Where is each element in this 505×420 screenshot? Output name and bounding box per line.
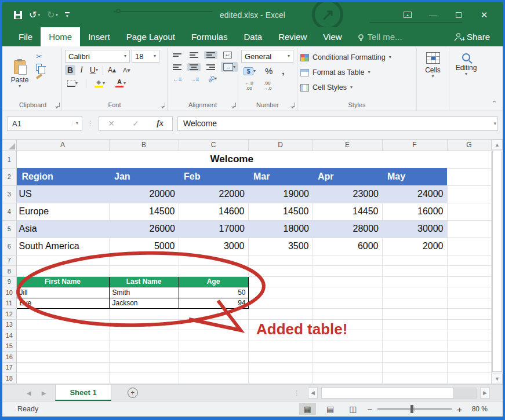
cell-empty[interactable] — [313, 298, 382, 309]
sheet-nav-left-icon[interactable]: ◀ — [27, 390, 31, 396]
cell-empty[interactable] — [109, 309, 179, 320]
cell-empty[interactable] — [248, 362, 313, 373]
customize-qat-button[interactable]: ▾ — [65, 12, 70, 18]
zoom-level[interactable]: 80 % — [468, 405, 488, 413]
minimize-button[interactable]: — — [420, 2, 446, 27]
cell-t2-header-age[interactable]: Age — [179, 276, 248, 287]
cell-value[interactable]: 6000 — [313, 238, 382, 255]
comma-style-button[interactable]: , — [279, 65, 286, 77]
format-as-table-button[interactable]: Format as Table▾ — [300, 65, 413, 80]
cell-empty[interactable] — [313, 309, 382, 320]
shrink-font-button[interactable]: A▾ — [121, 66, 133, 75]
cell-header-feb[interactable]: Feb — [179, 168, 248, 185]
column-header-E[interactable]: E — [313, 140, 382, 151]
cell-empty[interactable] — [16, 266, 109, 277]
maximize-button[interactable] — [446, 2, 471, 27]
cell-title-welcome[interactable]: Welcome — [16, 151, 447, 168]
row-number-14[interactable]: 14 — [2, 330, 16, 341]
column-header-C[interactable]: C — [179, 140, 248, 151]
grow-font-button[interactable]: A▴ — [106, 65, 118, 75]
select-all-corner[interactable] — [2, 140, 16, 151]
sheet-nav-right-icon[interactable]: ▶ — [42, 390, 46, 396]
conditional-formatting-button[interactable]: Conditional Formatting▾ — [300, 50, 413, 65]
share-button[interactable]: + Share — [454, 27, 503, 46]
decrease-indent-button[interactable]: ←≡ — [170, 75, 184, 83]
row-number-2[interactable]: 2 — [2, 168, 16, 185]
bold-button[interactable]: B — [65, 65, 75, 75]
cancel-icon[interactable]: ✕ — [99, 119, 123, 128]
cell-empty[interactable] — [447, 298, 491, 309]
normal-view-icon[interactable]: ▦ — [299, 403, 316, 415]
cell-empty[interactable] — [313, 352, 382, 363]
row-number-8[interactable]: 8 — [2, 266, 16, 277]
cell-value[interactable]: 26000 — [109, 220, 179, 238]
insert-function-icon[interactable]: fx — [148, 119, 172, 128]
page-break-view-icon[interactable]: ◫ — [344, 403, 361, 415]
cell-empty[interactable] — [382, 362, 447, 373]
cell-empty[interactable] — [248, 287, 313, 298]
scroll-down-icon[interactable]: ▼ — [492, 374, 503, 384]
cut-button[interactable]: ✂ — [36, 52, 46, 61]
cell-empty[interactable] — [179, 341, 248, 352]
cell-empty[interactable] — [382, 298, 447, 309]
collapse-ribbon-button[interactable]: ⌃ — [492, 100, 497, 107]
cell-empty[interactable] — [109, 330, 179, 341]
cell-last-name[interactable]: Smith — [109, 287, 179, 298]
cell-empty[interactable] — [382, 341, 447, 352]
cell-first-name[interactable]: Eve — [16, 298, 109, 309]
percent-style-button[interactable]: % — [263, 65, 275, 77]
cell-empty[interactable] — [447, 266, 491, 277]
cell-value[interactable]: 23000 — [313, 185, 382, 203]
column-header-G[interactable]: G — [447, 140, 491, 151]
cells-button[interactable]: Cells ▾ — [420, 50, 446, 99]
cell-empty[interactable] — [382, 330, 447, 341]
cell-t2-header-first-name[interactable]: First Name — [16, 276, 109, 287]
cell-empty[interactable] — [382, 266, 447, 277]
cell-empty[interactable] — [16, 309, 109, 320]
cell-empty[interactable] — [447, 276, 491, 287]
alignment-dialog-launcher[interactable] — [231, 103, 236, 107]
paste-button[interactable]: Paste ▾ — [7, 50, 32, 99]
row-number-11[interactable]: 11 — [2, 298, 16, 309]
cell-empty[interactable] — [16, 341, 109, 352]
cell-value[interactable]: 5000 — [109, 238, 179, 255]
cell-value[interactable]: 3500 — [248, 238, 313, 255]
font-size-combo[interactable]: 18▾ — [132, 50, 159, 63]
vertical-scroll-thumb[interactable] — [492, 151, 502, 372]
cell-empty[interactable] — [109, 352, 179, 363]
cell-age[interactable]: 50 — [179, 287, 248, 298]
row-number-17[interactable]: 17 — [2, 362, 16, 373]
cell-header-may[interactable]: May — [382, 168, 447, 185]
italic-button[interactable]: I — [78, 65, 85, 75]
cell-last-name[interactable]: Jackson — [109, 298, 179, 309]
row-number-6[interactable]: 6 — [2, 238, 16, 255]
cell-header-apr[interactable]: Apr — [313, 168, 382, 185]
cell-G1[interactable] — [447, 151, 491, 168]
cell-empty[interactable] — [313, 373, 382, 384]
sheet-tab-sheet1[interactable]: Sheet 1 — [55, 385, 111, 401]
cell-empty[interactable] — [313, 276, 382, 287]
cell-empty[interactable] — [313, 362, 382, 373]
cell-empty[interactable] — [447, 330, 491, 341]
redo-button[interactable]: ↻▾ — [47, 10, 58, 20]
cell-empty[interactable] — [382, 309, 447, 320]
cell-value[interactable]: 19000 — [248, 185, 313, 203]
undo-button[interactable]: ↺▾ — [29, 10, 40, 20]
cell-empty[interactable] — [248, 298, 313, 309]
top-align-button[interactable] — [170, 52, 184, 58]
cell-value[interactable]: 28000 — [313, 220, 382, 238]
underline-button[interactable]: U▾ — [88, 65, 100, 75]
row-number-4[interactable]: 4 — [2, 203, 16, 220]
row-number-18[interactable]: 18 — [2, 373, 16, 384]
cell-empty[interactable] — [16, 319, 109, 330]
cell-empty[interactable] — [179, 330, 248, 341]
font-color-button[interactable]: A▾ — [113, 78, 128, 89]
accounting-format-button[interactable]: $▾ — [241, 66, 258, 76]
cell-header-mar[interactable]: Mar — [248, 168, 313, 185]
editing-button[interactable]: Editing ▾ — [453, 50, 479, 99]
cell-empty[interactable] — [447, 319, 491, 330]
tab-insert[interactable]: Insert — [80, 27, 118, 46]
cell-empty[interactable] — [382, 287, 447, 298]
decrease-decimal-button[interactable]: .00 →.0 — [261, 79, 274, 92]
cell-empty[interactable] — [248, 319, 313, 330]
